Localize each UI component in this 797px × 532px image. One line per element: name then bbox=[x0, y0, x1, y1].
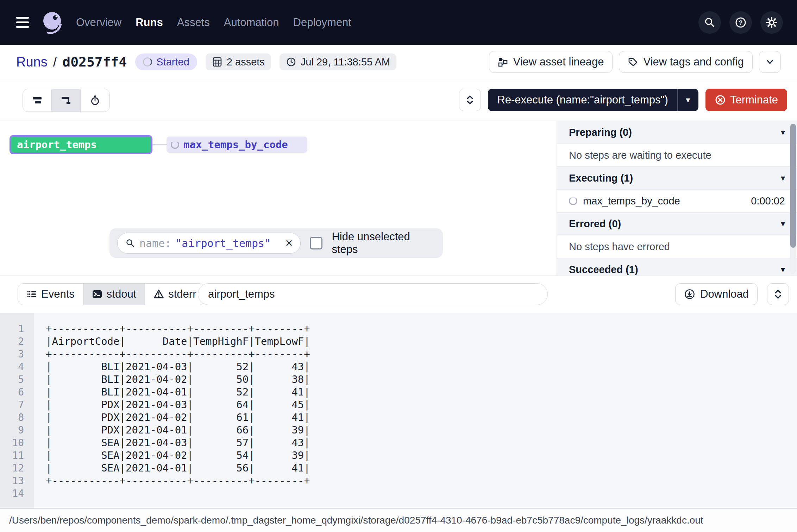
log-line: 1+-----------+----------+---------+-----… bbox=[0, 322, 797, 335]
line-number: 11 bbox=[0, 450, 34, 461]
hide-unselected-checkbox[interactable] bbox=[310, 237, 322, 249]
settings-button[interactable] bbox=[760, 11, 783, 34]
log-line-text: | BLI|2021-04-03| 52| 43| bbox=[34, 361, 310, 373]
hide-unselected-label: Hide unselected steps bbox=[332, 230, 435, 256]
view-tags-config-label: View tags and config bbox=[643, 56, 744, 68]
view-tags-config-button[interactable]: View tags and config bbox=[619, 51, 753, 73]
gantt-area: airport_temps max_temps_by_code name:"ai… bbox=[0, 121, 797, 275]
nav-item-assets[interactable]: Assets bbox=[177, 16, 210, 29]
gantt-node-max-temps-by-code[interactable]: max_temps_by_code bbox=[167, 137, 307, 153]
line-number: 10 bbox=[0, 437, 34, 449]
re-execute-button[interactable]: Re-execute (name:"airport_temps") ▾ bbox=[488, 89, 698, 111]
expand-logs-button[interactable] bbox=[767, 283, 789, 305]
panel-scrollbar-thumb[interactable] bbox=[790, 124, 796, 248]
line-number: 12 bbox=[0, 462, 34, 474]
tab-stderr-label: stderr bbox=[168, 288, 196, 300]
log-line-text: | PDX|2021-04-03| 64| 45| bbox=[34, 399, 310, 411]
log-line: 11| SEA|2021-04-02| 54| 39| bbox=[0, 449, 797, 462]
terminate-button[interactable]: Terminate bbox=[705, 89, 787, 111]
chevron-down-icon: ▾ bbox=[781, 127, 785, 137]
expand-icon bbox=[773, 289, 783, 299]
view-mode-flat-gantt[interactable] bbox=[23, 89, 52, 112]
help-icon: ? bbox=[735, 17, 747, 28]
panel-section-title: Succeeded (1) bbox=[569, 264, 638, 276]
log-line: 12| SEA|2021-04-01| 56| 41| bbox=[0, 462, 797, 474]
log-line: 2|AirportCode| Date|TempHighF|TempLowF| bbox=[0, 335, 797, 348]
log-line: 3+-----------+----------+---------+-----… bbox=[0, 348, 797, 360]
tab-events[interactable]: Events bbox=[18, 284, 83, 305]
line-number: 8 bbox=[0, 412, 34, 423]
run-action-buttons: Re-execute (name:"airport_temps") ▾ Term… bbox=[459, 89, 787, 111]
line-number: 13 bbox=[0, 475, 34, 487]
view-mode-waterfall-gantt[interactable] bbox=[52, 89, 81, 112]
waterfall-gantt-icon bbox=[61, 95, 71, 105]
log-file-selector[interactable] bbox=[198, 283, 548, 305]
log-line-text: +-----------+----------+---------+------… bbox=[34, 323, 310, 335]
nav-item-runs[interactable]: Runs bbox=[136, 16, 163, 29]
tag-icon bbox=[628, 57, 638, 67]
gantt-zoom-button[interactable] bbox=[459, 89, 481, 111]
log-line: 8| PDX|2021-04-02| 61| 41| bbox=[0, 411, 797, 424]
view-mode-timer[interactable] bbox=[81, 89, 109, 112]
nav-actions: ? bbox=[698, 11, 783, 34]
log-line: 13+-----------+----------+---------+----… bbox=[0, 474, 797, 487]
caret-down-icon: ▾ bbox=[686, 95, 690, 105]
panel-section-title: Errored (0) bbox=[569, 218, 621, 230]
warning-icon bbox=[153, 289, 164, 299]
re-execute-dropdown[interactable]: ▾ bbox=[677, 89, 698, 111]
breadcrumb: Runs / d0257ff4 Started 2 assets bbox=[16, 45, 396, 79]
step-elapsed-time: 0:00:02 bbox=[751, 195, 785, 207]
view-asset-lineage-button[interactable]: View asset lineage bbox=[489, 51, 613, 73]
stdout-log-viewer: 1+-----------+----------+---------+-----… bbox=[0, 313, 797, 508]
step-row[interactable]: max_temps_by_code0:00:02 bbox=[557, 190, 797, 213]
panel-section-header[interactable]: Errored (0)▾ bbox=[557, 213, 797, 235]
panel-empty-message: No steps have errored bbox=[557, 235, 797, 258]
panel-section-header[interactable]: Preparing (0)▾ bbox=[557, 121, 797, 144]
status-badge-label: Started bbox=[156, 56, 189, 68]
log-line-text: | BLI|2021-04-01| 52| 41| bbox=[34, 386, 310, 398]
run-detail-page: OverviewRunsAssetsAutomationDeployment ? bbox=[0, 0, 797, 532]
log-line-text: | PDX|2021-04-01| 66| 39| bbox=[34, 424, 310, 436]
log-line: 10| SEA|2021-04-03| 57| 43| bbox=[0, 436, 797, 449]
nav-item-overview[interactable]: Overview bbox=[76, 16, 121, 29]
tab-stderr[interactable]: stderr bbox=[145, 284, 205, 305]
top-nav: OverviewRunsAssetsAutomationDeployment ? bbox=[0, 0, 797, 45]
panel-section-header[interactable]: Succeeded (1)▾ bbox=[557, 258, 797, 276]
chevron-down-icon: ▾ bbox=[781, 265, 785, 274]
breadcrumb-runs-link[interactable]: Runs bbox=[16, 55, 48, 70]
gantt-node-airport-temps[interactable]: airport_temps bbox=[10, 135, 152, 154]
tab-events-label: Events bbox=[41, 288, 75, 300]
filter-value: "airport_temps" bbox=[175, 237, 271, 249]
log-lines: 1+-----------+----------+---------+-----… bbox=[0, 322, 797, 500]
gear-icon bbox=[766, 17, 778, 28]
help-button[interactable]: ? bbox=[729, 11, 752, 34]
line-number: 4 bbox=[0, 361, 34, 373]
tab-stdout[interactable]: stdout bbox=[83, 284, 145, 305]
menu-icon[interactable] bbox=[16, 17, 30, 28]
logs-toolbar: Events stdout stderr bbox=[0, 275, 797, 313]
nav-item-deployment[interactable]: Deployment bbox=[293, 16, 351, 29]
panel-empty-message: No steps are waiting to execute bbox=[557, 144, 797, 167]
nav-items: OverviewRunsAssetsAutomationDeployment bbox=[76, 16, 351, 29]
download-button[interactable]: Download bbox=[675, 283, 758, 305]
spinner-icon bbox=[171, 140, 179, 149]
step-filter-bar: name:"airport_temps" × Hide unselected s… bbox=[109, 228, 443, 258]
more-actions-button[interactable] bbox=[759, 51, 781, 73]
step-filter-input[interactable]: name:"airport_temps" × bbox=[117, 233, 301, 254]
clear-filter-icon[interactable]: × bbox=[285, 237, 293, 249]
clock-icon bbox=[286, 57, 296, 67]
steps-panel: Preparing (0)▾No steps are waiting to ex… bbox=[557, 121, 797, 276]
panel-section-header[interactable]: Executing (1)▾ bbox=[557, 167, 797, 190]
search-button[interactable] bbox=[698, 11, 721, 34]
dagster-logo[interactable] bbox=[41, 11, 65, 34]
terminal-icon bbox=[92, 289, 102, 299]
flat-gantt-icon bbox=[32, 95, 43, 105]
nav-item-automation[interactable]: Automation bbox=[224, 16, 279, 29]
assets-chip[interactable]: 2 assets bbox=[206, 53, 271, 70]
panel-section-title: Preparing (0) bbox=[569, 127, 632, 138]
start-time-label: Jul 29, 11:38:55 AM bbox=[301, 56, 390, 68]
dependency-edge bbox=[152, 144, 167, 145]
log-line-text: | SEA|2021-04-03| 57| 43| bbox=[34, 437, 310, 449]
log-line-text: | BLI|2021-04-02| 50| 38| bbox=[34, 373, 310, 385]
log-line: 14 bbox=[0, 487, 797, 500]
